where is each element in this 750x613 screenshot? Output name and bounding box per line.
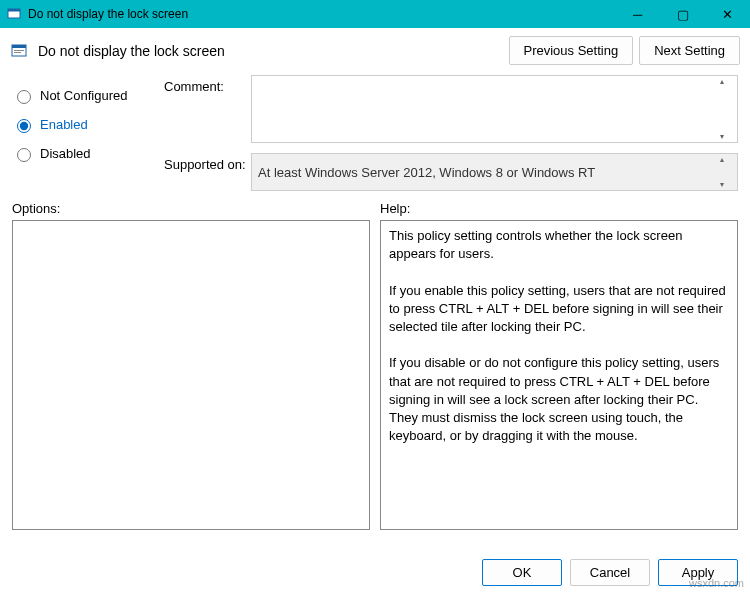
watermark: wsxdn.com xyxy=(689,577,744,589)
radio-enabled[interactable]: Enabled xyxy=(12,116,162,133)
window-title: Do not display the lock screen xyxy=(28,7,615,21)
help-pane: This policy setting controls whether the… xyxy=(380,220,738,530)
maximize-button[interactable]: ▢ xyxy=(660,0,705,28)
app-icon xyxy=(6,6,22,22)
help-label: Help: xyxy=(380,201,738,216)
header: Do not display the lock screen Previous … xyxy=(0,28,750,69)
ok-button[interactable]: OK xyxy=(482,559,562,586)
policy-title: Do not display the lock screen xyxy=(38,43,503,59)
comment-label: Comment: xyxy=(164,75,249,143)
radio-disabled-input[interactable] xyxy=(17,148,31,162)
supported-on-value: At least Windows Server 2012, Windows 8 … xyxy=(258,165,595,180)
radio-not-configured-input[interactable] xyxy=(17,90,31,104)
scroll-down-icon[interactable]: ▾ xyxy=(720,132,736,141)
title-bar: Do not display the lock screen ─ ▢ ✕ xyxy=(0,0,750,28)
comment-field[interactable]: ▴▾ xyxy=(251,75,738,143)
radio-not-configured[interactable]: Not Configured xyxy=(12,87,162,104)
scroll-down-icon[interactable]: ▾ xyxy=(720,180,736,189)
previous-setting-button[interactable]: Previous Setting xyxy=(509,36,634,65)
minimize-button[interactable]: ─ xyxy=(615,0,660,28)
radio-enabled-input[interactable] xyxy=(17,119,31,133)
scroll-up-icon[interactable]: ▴ xyxy=(720,77,736,86)
radio-enabled-label: Enabled xyxy=(40,117,88,132)
cancel-button[interactable]: Cancel xyxy=(570,559,650,586)
footer: OK Cancel Apply xyxy=(0,551,750,596)
options-label: Options: xyxy=(12,201,370,216)
svg-rect-1 xyxy=(8,9,20,12)
radio-disabled[interactable]: Disabled xyxy=(12,145,162,162)
scroll-up-icon[interactable]: ▴ xyxy=(720,155,736,164)
supported-on-field: At least Windows Server 2012, Windows 8 … xyxy=(251,153,738,191)
options-pane xyxy=(12,220,370,530)
svg-rect-4 xyxy=(14,50,24,51)
radio-not-configured-label: Not Configured xyxy=(40,88,127,103)
next-setting-button[interactable]: Next Setting xyxy=(639,36,740,65)
close-button[interactable]: ✕ xyxy=(705,0,750,28)
radio-disabled-label: Disabled xyxy=(40,146,91,161)
policy-icon xyxy=(10,41,30,61)
supported-on-label: Supported on: xyxy=(164,153,249,191)
svg-rect-3 xyxy=(12,45,26,48)
svg-rect-5 xyxy=(14,52,21,53)
